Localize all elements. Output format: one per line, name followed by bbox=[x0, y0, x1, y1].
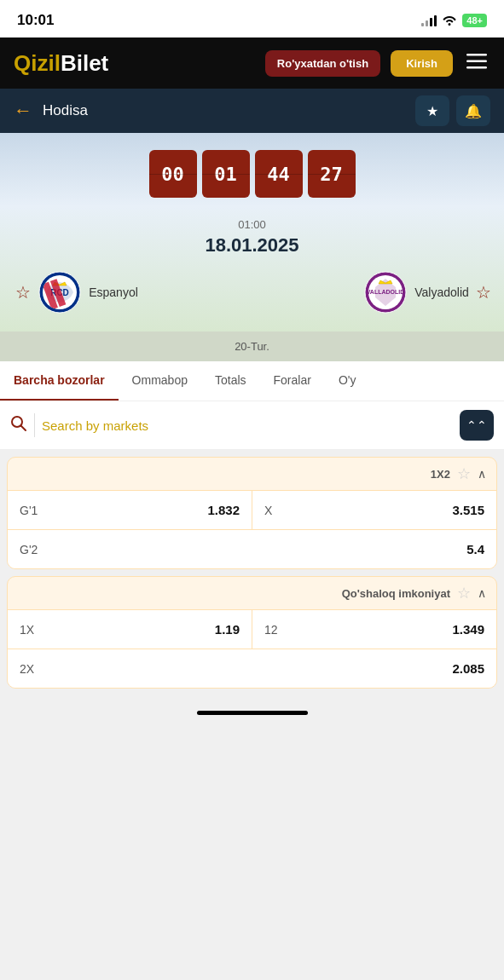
star-icon: ★ bbox=[426, 103, 438, 119]
match-info: 01:00 18.01.2025 ☆ RCD Espanyol bbox=[0, 206, 504, 331]
bet-section-qoshaloq-label: Qo'shaloq imkoniyat bbox=[342, 587, 450, 600]
bell-icon: 🔔 bbox=[465, 103, 482, 119]
match-date: 18.01.2025 bbox=[17, 234, 487, 257]
bet-row-q1: 1X 1.19 12 1.349 bbox=[8, 609, 496, 649]
bet-cell-g2[interactable]: G'2 5.4 bbox=[8, 530, 496, 568]
team1-favorite-star[interactable]: ☆ bbox=[15, 282, 31, 303]
svg-text:VALLADOLID: VALLADOLID bbox=[367, 289, 405, 295]
bet-section-1x2-star[interactable]: ☆ bbox=[457, 464, 471, 483]
signal-icon bbox=[421, 14, 437, 26]
bet-value-g1: 1.832 bbox=[207, 503, 240, 517]
bet-section-qoshaloq-collapse[interactable]: ∧ bbox=[478, 586, 486, 600]
logo: QizilBilet bbox=[14, 50, 255, 77]
status-bar: 10:01 48+ bbox=[0, 0, 504, 37]
bet-cell-2x[interactable]: 2X 2.085 bbox=[8, 649, 496, 688]
wifi-icon bbox=[442, 14, 457, 28]
svg-rect-0 bbox=[466, 54, 487, 56]
search-input[interactable] bbox=[42, 418, 453, 433]
bet-label-g2: G'2 bbox=[20, 543, 38, 556]
svg-rect-2 bbox=[466, 66, 487, 69]
bet-row-q2: 2X 2.085 bbox=[8, 649, 496, 688]
teams-row: ☆ RCD Espanyol bbox=[17, 270, 487, 314]
match-time: 01:00 bbox=[17, 218, 487, 231]
team1-name: Espanyol bbox=[89, 285, 138, 299]
bet-section-qoshaloq: Qo'shaloq imkoniyat ☆ ∧ 1X 1.19 12 1.349… bbox=[7, 576, 497, 689]
bet-value-12: 1.349 bbox=[452, 622, 484, 637]
bet-row-2: G'2 5.4 bbox=[8, 529, 496, 568]
bet-section-qoshaloq-header: Qo'shaloq imkoniyat ☆ ∧ bbox=[8, 577, 496, 609]
battery-indicator: 48+ bbox=[462, 14, 487, 27]
search-icon bbox=[10, 415, 27, 436]
hamburger-menu-button[interactable] bbox=[463, 49, 490, 78]
sub-header: ← Hodisa ★ 🔔 bbox=[0, 89, 504, 133]
bet-label-g1: G'1 bbox=[20, 504, 38, 517]
team1-logo: RCD bbox=[38, 270, 82, 314]
timer-block-0: 00 bbox=[149, 150, 197, 198]
svg-rect-1 bbox=[466, 61, 487, 63]
home-indicator bbox=[197, 711, 308, 715]
bet-label-12: 12 bbox=[264, 623, 278, 637]
bet-cell-1x[interactable]: 1X 1.19 bbox=[8, 610, 252, 649]
favorite-button[interactable]: ★ bbox=[415, 95, 449, 126]
team2: VALLADOLID Valyadolid ☆ bbox=[376, 270, 478, 314]
timer-block-3: 27 bbox=[308, 150, 356, 198]
team2-logo: VALLADOLID bbox=[363, 270, 408, 314]
team1: ☆ RCD Espanyol bbox=[26, 270, 128, 314]
bet-cell-x[interactable]: X 3.515 bbox=[252, 491, 496, 529]
back-button[interactable]: ← bbox=[14, 100, 32, 122]
bet-value-g2: 5.4 bbox=[466, 542, 484, 556]
notification-button[interactable]: 🔔 bbox=[456, 95, 490, 126]
login-button[interactable]: Kirish bbox=[391, 50, 453, 77]
bet-section-1x2-collapse[interactable]: ∧ bbox=[478, 467, 486, 481]
nav-bar: QizilBilet Ro'yxatdan o'tish Kirish bbox=[0, 37, 504, 89]
search-bar: ⌃⌃ bbox=[0, 401, 504, 450]
bet-section-1x2-header: 1X2 ☆ ∧ bbox=[8, 458, 496, 490]
register-button[interactable]: Ro'yxatdan o'tish bbox=[265, 50, 380, 77]
search-divider bbox=[34, 413, 35, 437]
collapse-all-button[interactable]: ⌃⌃ bbox=[460, 410, 494, 441]
bet-cell-12[interactable]: 12 1.349 bbox=[252, 610, 496, 649]
bet-section-1x2: 1X2 ☆ ∧ G'1 1.832 X 3.515 G'2 5.4 bbox=[7, 457, 497, 569]
sub-header-actions: ★ 🔔 bbox=[415, 95, 490, 126]
tab-barcha-bozorlar[interactable]: Barcha bozorlar bbox=[0, 361, 119, 401]
market-tabs: Barcha bozorlar Ommabop Totals Foralar O… bbox=[0, 361, 504, 401]
bet-section-1x2-label: 1X2 bbox=[431, 468, 450, 481]
status-time: 10:01 bbox=[17, 12, 54, 29]
team2-favorite-star[interactable]: ☆ bbox=[476, 282, 491, 303]
tab-oy[interactable]: O'y bbox=[325, 361, 370, 401]
bet-label-2x: 2X bbox=[20, 662, 34, 676]
round-label: 20-Tur. bbox=[235, 340, 269, 353]
chevron-up-double-icon: ⌃⌃ bbox=[466, 418, 487, 432]
page-title: Hodisa bbox=[43, 102, 405, 119]
bet-label-1x: 1X bbox=[20, 623, 34, 637]
status-icons: 48+ bbox=[421, 14, 487, 28]
timer-block-2: 44 bbox=[255, 150, 303, 198]
bet-cell-g1[interactable]: G'1 1.832 bbox=[8, 491, 252, 529]
tab-totals[interactable]: Totals bbox=[201, 361, 260, 401]
bet-section-qoshaloq-star[interactable]: ☆ bbox=[457, 584, 471, 602]
bet-row-1: G'1 1.832 X 3.515 bbox=[8, 490, 496, 529]
timer-block-1: 01 bbox=[202, 150, 250, 198]
team2-name: Valyadolid bbox=[414, 285, 469, 299]
tab-ommabop[interactable]: Ommabop bbox=[119, 361, 201, 401]
round-info: 20-Tur. bbox=[0, 331, 504, 361]
bet-label-x: X bbox=[264, 504, 272, 517]
svg-line-13 bbox=[21, 425, 26, 430]
tab-foralar[interactable]: Foralar bbox=[260, 361, 325, 401]
match-timer: 00 01 44 27 bbox=[0, 133, 504, 206]
bet-value-1x: 1.19 bbox=[215, 622, 240, 637]
bet-value-x: 3.515 bbox=[452, 503, 484, 517]
bet-value-2x: 2.085 bbox=[452, 661, 484, 676]
